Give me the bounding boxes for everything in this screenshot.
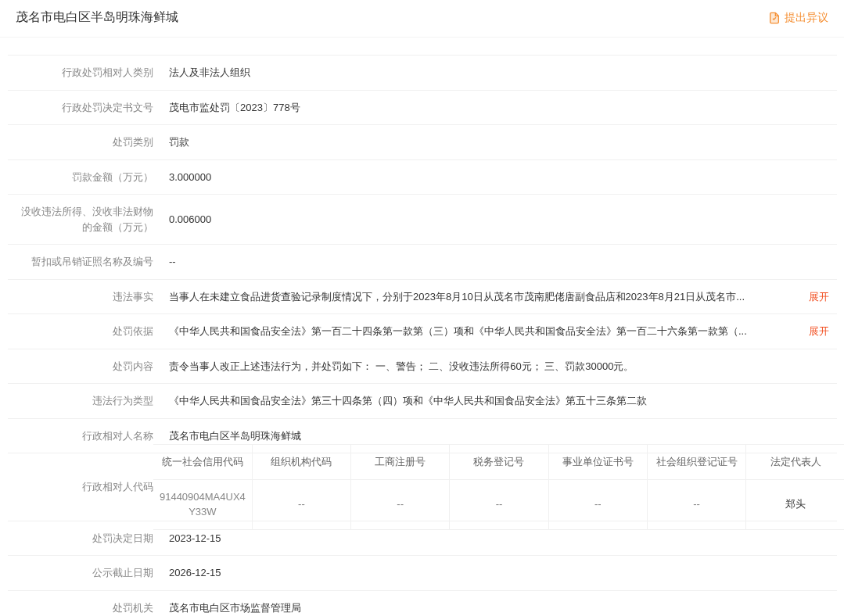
sub-header: 组织机构代码 bbox=[252, 445, 350, 480]
table-row: 处罚类别 罚款 bbox=[8, 125, 837, 160]
code-sub-table-cell: 统一社会信用代码 组织机构代码 工商注册号 税务登记号 事业单位证书号 社会组织… bbox=[161, 453, 837, 521]
field-label: 处罚依据 bbox=[8, 314, 161, 349]
objection-icon bbox=[768, 12, 781, 24]
table-row: 罚款金额（万元） 3.000000 bbox=[8, 159, 837, 195]
page-title: 茂名市电白区半岛明珠海鲜城 bbox=[16, 9, 178, 26]
field-value: 法人及非法人组织 bbox=[161, 56, 837, 91]
basis-text: 《中华人民共和国食品安全法》第一百二十四条第一款第（三）项和《中华人民共和国食品… bbox=[169, 324, 806, 339]
field-label: 行政处罚决定书文号 bbox=[8, 90, 161, 125]
table-row: 处罚依据 《中华人民共和国食品安全法》第一百二十四条第一款第（三）项和《中华人民… bbox=[8, 314, 837, 349]
raise-objection-button[interactable]: 提出异议 bbox=[768, 11, 828, 25]
field-value: 《中华人民共和国食品安全法》第三十四条第（四）项和《中华人民共和国食品安全法》第… bbox=[161, 384, 837, 419]
table-row: 没收违法所得、没收非法财物的金额（万元） 0.006000 bbox=[8, 195, 837, 245]
table-row: 行政处罚相对人类别 法人及非法人组织 bbox=[8, 56, 837, 91]
field-label: 行政相对人代码 bbox=[8, 453, 161, 521]
sub-header: 事业单位证书号 bbox=[548, 445, 647, 480]
field-value: 2026-12-15 bbox=[161, 556, 837, 591]
field-value: 2023-12-15 bbox=[161, 521, 837, 556]
field-label: 行政相对人名称 bbox=[8, 418, 161, 453]
page-header: 茂名市电白区半岛明珠海鲜城 提出异议 bbox=[0, 0, 844, 38]
field-label: 违法事实 bbox=[8, 279, 161, 314]
table-row: 行政相对人代码 统一社会信用代码 组织机构代码 工商注册号 税务登记号 事业单位… bbox=[8, 453, 837, 521]
table-row: 处罚内容 责令当事人改正上述违法行为，并处罚如下： 一、警告； 二、没收违法所得… bbox=[8, 349, 837, 384]
code-sub-table: 统一社会信用代码 组织机构代码 工商注册号 税务登记号 事业单位证书号 社会组织… bbox=[153, 444, 844, 530]
expand-button[interactable]: 展开 bbox=[809, 289, 829, 305]
field-label: 行政处罚相对人类别 bbox=[8, 56, 161, 91]
field-value: 罚款 bbox=[161, 125, 837, 160]
field-value: 0.006000 bbox=[161, 195, 837, 245]
field-label: 没收违法所得、没收非法财物的金额（万元） bbox=[8, 195, 161, 245]
table-row: 行政处罚决定书文号 茂电市监处罚〔2023〕778号 bbox=[8, 90, 837, 125]
table-row: 公示截止日期 2026-12-15 bbox=[8, 556, 837, 591]
field-label: 罚款金额（万元） bbox=[8, 159, 161, 195]
table-row: 暂扣或吊销证照名称及编号 -- bbox=[8, 245, 837, 280]
table-row: 处罚机关 茂名市电白区市场监督管理局 bbox=[8, 590, 837, 616]
sub-header: 统一社会信用代码 bbox=[153, 445, 252, 480]
field-label: 暂扣或吊销证照名称及编号 bbox=[8, 245, 161, 280]
spacer bbox=[0, 38, 844, 55]
field-label: 处罚类别 bbox=[8, 125, 161, 160]
field-label: 违法行为类型 bbox=[8, 384, 161, 419]
sub-header: 法定代表人 bbox=[746, 445, 844, 480]
field-label: 处罚决定日期 bbox=[8, 521, 161, 556]
field-label: 处罚内容 bbox=[8, 349, 161, 384]
field-value: 当事人在未建立食品进货查验记录制度情况下，分别于2023年8月10日从茂名市茂南… bbox=[161, 279, 837, 314]
field-label: 公示截止日期 bbox=[8, 556, 161, 591]
table-row: 处罚决定日期 2023-12-15 bbox=[8, 521, 837, 556]
field-value: 茂电市监处罚〔2023〕778号 bbox=[161, 90, 837, 125]
penalty-detail-table: 行政处罚相对人类别 法人及非法人组织 行政处罚决定书文号 茂电市监处罚〔2023… bbox=[8, 55, 837, 616]
sub-header: 税务登记号 bbox=[450, 445, 548, 480]
field-value: 3.000000 bbox=[161, 159, 837, 195]
field-label: 处罚机关 bbox=[8, 590, 161, 616]
objection-label: 提出异议 bbox=[785, 11, 828, 25]
sub-header: 社会组织登记证号 bbox=[647, 445, 745, 480]
illegal-fact-text: 当事人在未建立食品进货查验记录制度情况下，分别于2023年8月10日从茂名市茂南… bbox=[169, 289, 806, 305]
sub-header-row: 统一社会信用代码 组织机构代码 工商注册号 税务登记号 事业单位证书号 社会组织… bbox=[153, 445, 844, 480]
field-value: 责令当事人改正上述违法行为，并处罚如下： 一、警告； 二、没收违法所得60元； … bbox=[161, 349, 837, 384]
field-value: 茂名市电白区市场监督管理局 bbox=[161, 590, 837, 616]
field-value: 《中华人民共和国食品安全法》第一百二十四条第一款第（三）项和《中华人民共和国食品… bbox=[161, 314, 837, 349]
table-row: 违法事实 当事人在未建立食品进货查验记录制度情况下，分别于2023年8月10日从… bbox=[8, 279, 837, 314]
sub-header: 工商注册号 bbox=[351, 445, 450, 480]
field-value: -- bbox=[161, 245, 837, 280]
table-row: 违法行为类型 《中华人民共和国食品安全法》第三十四条第（四）项和《中华人民共和国… bbox=[8, 384, 837, 419]
expand-button[interactable]: 展开 bbox=[809, 324, 829, 339]
